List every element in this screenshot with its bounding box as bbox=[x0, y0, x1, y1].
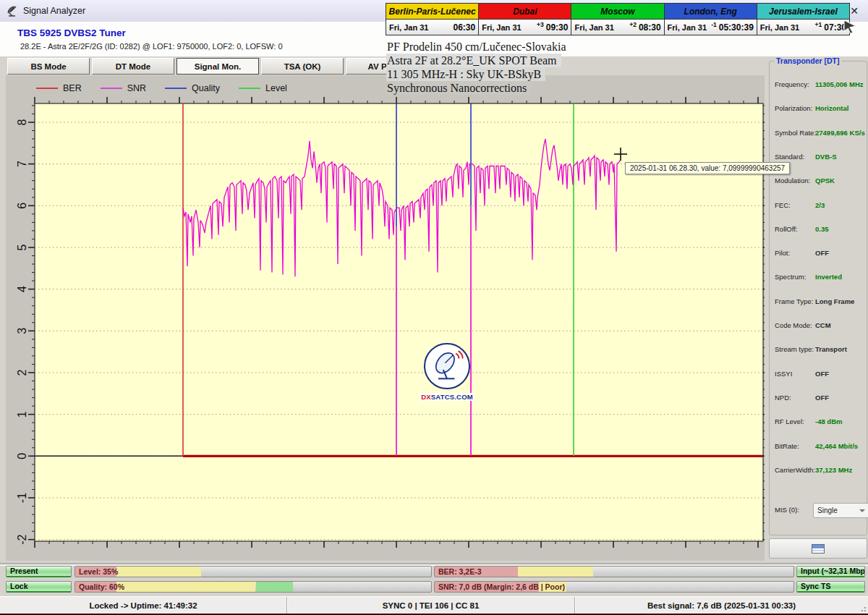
clock-time: 06:30 bbox=[454, 22, 476, 33]
badge-input-32-31-mbps: Input (~32,31 Mbps) bbox=[796, 566, 865, 577]
resize-grip[interactable] bbox=[859, 604, 866, 611]
transponder-groupbox: Frequency:11305,006 MHzPolarization:Hori… bbox=[769, 61, 867, 535]
svg-text:4: 4 bbox=[16, 286, 28, 292]
bar-segment bbox=[256, 582, 294, 592]
clock-utc-offset: +3 bbox=[537, 21, 544, 28]
tp-label-fec: FEC: bbox=[775, 201, 791, 209]
bar-segment bbox=[116, 567, 201, 577]
signal-chart[interactable]: 876543210-1-2 bbox=[6, 75, 765, 561]
tab-dt-mode[interactable]: DT Mode bbox=[92, 58, 174, 75]
clock-time-row: Fri, Jan 31+208:30 bbox=[571, 20, 663, 35]
statusbar-sync-counters: SYNC 0 | TEI 106 | CC 81 bbox=[287, 597, 575, 614]
clock-date: Fri, Jan 31 bbox=[389, 23, 428, 32]
window-title: Signal Analyzer bbox=[23, 6, 85, 16]
mode-tabs: BS ModeDT ModeSignal Mon.TSA (OK)AV Play… bbox=[7, 58, 428, 75]
clock-city-label: Jerusalem-Israel bbox=[757, 4, 849, 20]
clock-city-label: Moscow bbox=[571, 4, 663, 20]
statusbar-lock-uptime: Locked -> Uptime: 41:49:32 bbox=[0, 597, 287, 614]
tp-label-standard: Standard: bbox=[775, 153, 804, 161]
clock-time-row: Fri, Jan 31+107:30 bbox=[757, 20, 849, 35]
svg-text:0: 0 bbox=[16, 453, 28, 459]
dxsatcs-logo-circle bbox=[424, 343, 470, 389]
clock-dubai: DubaiFri, Jan 31+309:30 bbox=[479, 4, 571, 35]
tp-value-issyi: OFF bbox=[815, 370, 829, 378]
record-icon bbox=[812, 544, 825, 554]
tp-value-carrierwidth: 37,123 MHz bbox=[815, 466, 852, 474]
progress-bar-quality: Quality: 60% bbox=[75, 581, 432, 593]
clock-date: Fri, Jan 31 bbox=[482, 23, 521, 32]
bar-segment bbox=[518, 567, 594, 577]
tp-label-spectrum: Spectrum: bbox=[775, 273, 806, 281]
tab-tsa-ok[interactable]: TSA (OK) bbox=[261, 58, 344, 75]
satellite-dish-illustration bbox=[428, 347, 466, 385]
bar-label: Level: 35% bbox=[79, 567, 118, 576]
tp-value-stream-type: Transport bbox=[815, 345, 847, 353]
tuner-title: TBS 5925 DVBS2 Tuner bbox=[17, 27, 126, 38]
clock-london-eng: London, EngFri, Jan 31-105:30:39 bbox=[665, 4, 757, 35]
tp-label-polarization: Polarization: bbox=[775, 104, 812, 112]
statusbar: Locked -> Uptime: 41:49:32 SYNC 0 | TEI … bbox=[0, 596, 868, 614]
tp-label-symbol-rate: Symbol Rate: bbox=[775, 129, 816, 137]
tp-value-frequency: 11305,006 MHz bbox=[815, 80, 864, 88]
clock-date: Fri, Jan 31 bbox=[574, 23, 613, 32]
bar-segment bbox=[116, 582, 256, 592]
clock-city-label: Berlin-Paris-Lučenec bbox=[386, 4, 478, 20]
tp-value-npd: OFF bbox=[815, 394, 829, 402]
clock-time-row: Fri, Jan 3106:30 bbox=[386, 20, 478, 35]
clock-utc-offset: +1 bbox=[815, 21, 822, 28]
badge-lock: Lock bbox=[6, 581, 72, 593]
statusbar-best-signal: Best signal: 7,6 dB (2025-01-31 00:33) bbox=[575, 597, 868, 614]
clock-utc-offset: +2 bbox=[629, 21, 637, 28]
tp-value-rolloff: 0.35 bbox=[815, 225, 829, 233]
annotation-line: PF Prodelin 450 cm/Lučenec-Slovakia bbox=[386, 40, 571, 54]
tp-value-modulation: QPSK bbox=[815, 177, 835, 184]
ts-record-button[interactable] bbox=[769, 538, 867, 559]
tuner-subtitle: 28.2E - Astra 2E/2F/2G (ID: 0282) @ LOF1… bbox=[20, 42, 283, 51]
svg-text:3: 3 bbox=[16, 328, 28, 334]
mis-selected-value: Single bbox=[817, 506, 838, 514]
dxsatcs-logo: DXSATCS.COM bbox=[416, 343, 478, 402]
tp-value-code-mode: CCM bbox=[815, 321, 831, 329]
signal-analyzer-window: { "window": {"title": "Signal Analyzer",… bbox=[0, 0, 868, 615]
clock-time: 08:30 bbox=[639, 22, 661, 33]
clock-jerusalem-israel: Jerusalem-IsraelFri, Jan 31+107:30 bbox=[757, 4, 849, 35]
clock-time-row: Fri, Jan 31+309:30 bbox=[479, 20, 571, 35]
svg-text:7: 7 bbox=[16, 161, 28, 167]
tp-label-rf-level: RF Level: bbox=[775, 417, 804, 425]
mis-dropdown[interactable]: Single bbox=[813, 503, 868, 518]
tp-value-polarization: Horizontal bbox=[815, 104, 848, 112]
progress-bar-level: Level: 35% bbox=[75, 566, 432, 577]
clock-date: Fri, Jan 31 bbox=[668, 23, 707, 32]
tp-label-bitrate: BitRate: bbox=[775, 442, 799, 450]
svg-text:1: 1 bbox=[16, 411, 28, 417]
annotation-overlay: PF Prodelin 450 cm/Lučenec-Slovakia Astr… bbox=[386, 40, 571, 95]
tp-value-standard: DVB-S bbox=[815, 153, 837, 161]
tp-label-frame-type: Frame Type: bbox=[775, 297, 813, 305]
mouse-cursor-icon bbox=[842, 19, 858, 35]
world-clocks: Berlin-Paris-LučenecFri, Jan 3106:30Duba… bbox=[386, 3, 850, 35]
svg-text:6: 6 bbox=[16, 203, 28, 209]
badge-present: Present bbox=[6, 566, 72, 577]
svg-text:2: 2 bbox=[16, 369, 28, 376]
tp-label-carrierwidth: CarrierWidth: bbox=[775, 466, 815, 474]
svg-text:-1: -1 bbox=[16, 493, 28, 503]
tp-value-frame-type: Long Frame bbox=[815, 297, 854, 305]
chart-tooltip: 2025-01-31 06.28.30, value: 7,0999999046… bbox=[625, 162, 790, 174]
annotation-line: Astra 2F at 28.2°E_UK SPOT Beam bbox=[386, 54, 561, 67]
chevron-down-icon bbox=[859, 509, 865, 512]
svg-text:8: 8 bbox=[16, 119, 28, 125]
tp-label-issyi: ISSYI bbox=[775, 370, 792, 378]
clock-berlin-paris-lu-enec: Berlin-Paris-LučenecFri, Jan 3106:30 bbox=[386, 4, 479, 35]
satellite-dish-icon bbox=[6, 4, 19, 17]
tab-bs-mode[interactable]: BS Mode bbox=[7, 58, 90, 75]
tp-label-stream-type: Stream type: bbox=[775, 345, 814, 353]
tp-label-frequency: Frequency: bbox=[775, 80, 809, 88]
clock-city-label: Dubai bbox=[479, 4, 571, 20]
signal-status-bars: PresentLevel: 35%BER: 3,2E-3Input (~32,3… bbox=[0, 564, 868, 595]
tp-label-mis: MIS (0): bbox=[775, 506, 799, 514]
tp-label-modulation: Modulation: bbox=[775, 177, 810, 184]
tab-signal-mon[interactable]: Signal Mon. bbox=[176, 58, 259, 75]
progress-bar-ber: BER: 3,2E-3 bbox=[434, 566, 794, 577]
signal-chart-panel: BERSNRQualityLevel 876543210-1-2 DXSATCS… bbox=[6, 75, 765, 561]
clock-utc-offset: -1 bbox=[711, 21, 717, 28]
